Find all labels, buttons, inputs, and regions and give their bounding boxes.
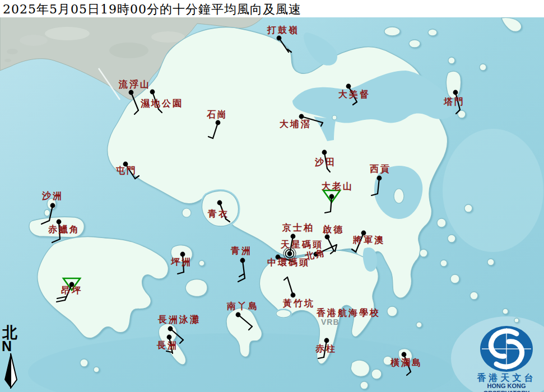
wind-station-kai-tak: [325, 235, 334, 254]
wind-station-wong-chuk-hang: [284, 277, 295, 297]
station-dot: [236, 312, 241, 318]
wind-station-sha-tin: [322, 150, 330, 172]
title-bar: 2025年5月05日19時00分的十分鐘平均風向及風速: [0, 0, 544, 17]
station-dot: [180, 252, 185, 257]
wind-station-tsing-yi: [217, 200, 230, 222]
wind-station-lamma-island: [236, 312, 252, 330]
wind-station-tai-po-kau: [299, 114, 323, 126]
station-dot: [57, 220, 62, 225]
north-chinese-label: 北: [2, 325, 24, 340]
station-dot: [314, 252, 319, 257]
station-dot: [123, 162, 128, 167]
wind-station-green-island: [238, 258, 245, 282]
wind-station-tates-cairn: [323, 190, 340, 213]
station-dot: [402, 352, 407, 357]
station-dot: [291, 234, 296, 239]
station-dot: [329, 194, 334, 199]
station-dot: [324, 338, 329, 343]
station-dot: [216, 120, 221, 125]
wind-station-lau-fau-shan: [129, 90, 138, 114]
wind-station-ngong-ping: [57, 278, 80, 302]
station-dot: [276, 255, 281, 260]
station-dot: [150, 90, 155, 95]
station-dot: [69, 282, 75, 287]
station-dot: [167, 335, 172, 340]
wind-station-tap-mun: [453, 90, 460, 114]
station-dot: [377, 176, 382, 181]
station-dot: [287, 251, 292, 256]
wind-station-ta-kwu-ling: [277, 36, 291, 52]
wind-station-star-ferry: [283, 248, 296, 260]
wind-station-tseung-kwan-o: [352, 231, 366, 252]
wind-station-stanley: [318, 338, 329, 358]
station-dot: [168, 326, 173, 332]
station-dot: [299, 114, 304, 119]
station-dot: [50, 203, 55, 208]
hko-logo-chinese: 香港天文台: [469, 374, 543, 382]
north-compass: 北 N: [1, 325, 24, 389]
wind-station-sha-chau: [41, 203, 55, 224]
station-dot: [277, 36, 282, 41]
station-dot: [129, 90, 134, 95]
station-dot: [453, 90, 458, 95]
wind-station-tuen-mun: [123, 162, 139, 179]
wind-station-sai-kung: [371, 176, 382, 195]
hko-logo: 香港天文台 HONG KONG OBSERVATORY: [469, 325, 543, 392]
wind-station-waglan-island: [402, 352, 411, 375]
wind-station-cheung-chau: [166, 335, 173, 353]
station-dot: [325, 235, 330, 240]
wind-station-peng-chau: [178, 252, 185, 274]
wind-station-tai-mei-tuk: [346, 84, 357, 105]
wind-barb-layer: [0, 0, 544, 392]
wind-station-wetland-park: [150, 90, 162, 113]
hko-logo-english: HONG KONG OBSERVATORY: [469, 382, 543, 392]
wind-station-shek-kong: [208, 120, 220, 138]
north-arrow-icon: [1, 353, 21, 389]
station-dot: [346, 84, 351, 89]
page-title: 2025年5月05日19時00分的十分鐘平均風向及風速: [3, 1, 301, 18]
wind-station-chek-lap-kok: [52, 220, 61, 242]
station-dot: [217, 200, 222, 206]
hko-logo-icon: [469, 325, 543, 373]
station-dot: [361, 231, 366, 236]
station-dot: [322, 150, 327, 155]
north-letter-label: N: [2, 340, 24, 353]
station-dot: [240, 258, 245, 263]
station-dot: [291, 293, 296, 298]
wind-map-page: 打鼓嶺流浮山濕地公園石崗大美督塔門大埔滘沙田西貢大老山屯門沙洲赤鱲角青衣京士柏啟…: [0, 0, 544, 392]
